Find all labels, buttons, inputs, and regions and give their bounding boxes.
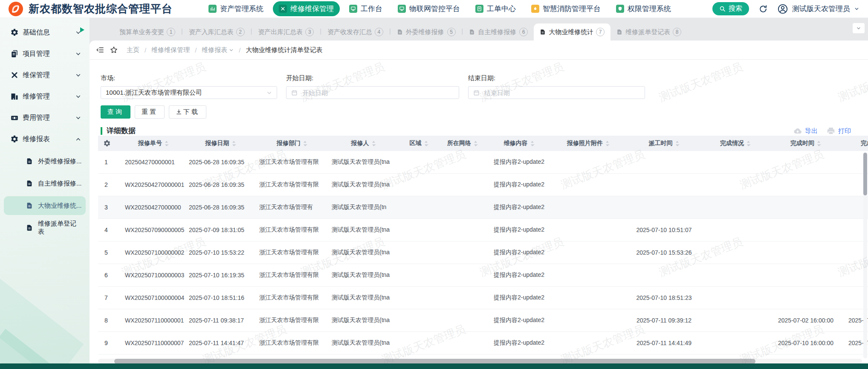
end-date-input[interactable] bbox=[483, 89, 640, 97]
column-label: 区域 bbox=[410, 139, 422, 147]
table-row-2[interactable]: 2WX2025042700000012025-06-28 16:09:35浙江天… bbox=[98, 174, 868, 196]
tab-label: 预算单业务变更记 bbox=[119, 28, 164, 36]
table-row-3[interactable]: 3WX202504270000002025-06-28 16:09:35浙江天农… bbox=[98, 196, 868, 219]
breadcrumb-item-3[interactable]: 维修报表 bbox=[202, 46, 234, 54]
fire-management-icon bbox=[531, 5, 539, 13]
table-cell bbox=[703, 309, 767, 332]
tab-number-badge: 3 bbox=[305, 28, 314, 36]
sort-icon bbox=[473, 140, 478, 147]
sidebar-item-5[interactable]: 费用管理 bbox=[0, 108, 90, 127]
sort-icon bbox=[746, 140, 751, 147]
column-header-7[interactable]: 维修内容 bbox=[486, 136, 552, 151]
document-icon bbox=[26, 202, 33, 209]
sidebar-item-2[interactable]: 项目管理 bbox=[0, 44, 90, 63]
table-cell: 2025-07-10 16:00:00 bbox=[767, 332, 844, 354]
column-header-5[interactable]: 区域 bbox=[399, 136, 439, 151]
column-header-9[interactable]: 派工时间 bbox=[625, 136, 703, 151]
table-cell: 4 bbox=[98, 219, 122, 241]
refresh-icon[interactable] bbox=[758, 4, 768, 14]
column-label: 完成时间 bbox=[790, 139, 814, 147]
menu-fold-icon[interactable] bbox=[96, 46, 104, 54]
tab-5[interactable]: 外委维修报修5 bbox=[391, 23, 462, 41]
tab-number-badge: 1 bbox=[167, 28, 175, 36]
download-button[interactable]: 下载 bbox=[169, 105, 206, 119]
column-header-11[interactable]: 完成时间 bbox=[767, 136, 844, 151]
table-row-6[interactable]: 6WX2025071000000032025-07-10 16:19:35浙江天… bbox=[98, 264, 868, 287]
sidebar-item-4[interactable]: 维修管理 bbox=[0, 87, 90, 106]
nav-item-3[interactable]: 工作台 bbox=[343, 1, 388, 16]
print-label: 打印 bbox=[838, 127, 851, 135]
sidebar-subitem-2[interactable]: 自主维修报修... bbox=[4, 174, 86, 193]
nav-item-5[interactable]: 工单中心 bbox=[469, 1, 522, 16]
table-row-8[interactable]: 8WX2025071100000012025-07-11 09:38:17浙江天… bbox=[98, 309, 868, 332]
table-cell: 测试版天农管理员(tna bbox=[328, 264, 399, 287]
breadcrumb-item-2[interactable]: 维修维保管理 bbox=[151, 46, 190, 54]
tab-3[interactable]: 资产出库汇总表3 bbox=[252, 23, 320, 41]
section-actions: 导出 打印 bbox=[793, 126, 857, 136]
market-select[interactable]: 10001.浙江天农市场管理有限公司 bbox=[101, 86, 277, 99]
tab-1[interactable]: 预算单业务变更记1 bbox=[113, 23, 181, 41]
table-cell: 浙江天农市场管理有限 bbox=[256, 219, 328, 241]
export-link[interactable]: 导出 bbox=[793, 126, 818, 136]
nav-item-1[interactable]: 资产管理系统 bbox=[203, 1, 269, 16]
column-header-2[interactable]: 报修日期 bbox=[185, 136, 256, 151]
sidebar-item-3[interactable]: 维保管理 bbox=[0, 66, 90, 84]
table-row-5[interactable]: 5WX2025071000000022025-07-10 15:53:22浙江天… bbox=[98, 241, 868, 264]
search-button[interactable]: 搜索 bbox=[712, 2, 749, 15]
start-date-input[interactable] bbox=[301, 89, 454, 97]
column-header-8[interactable]: 报修照片附件 bbox=[552, 136, 625, 151]
sidebar-item-1[interactable]: 基础信息 bbox=[0, 23, 90, 42]
sidebar-subitem-3[interactable]: 大物业维修统... bbox=[4, 196, 86, 215]
sidebar-subitem-label: 外委维修报修... bbox=[38, 157, 82, 166]
column-header-12[interactable]: 完成照片 bbox=[844, 136, 868, 151]
nav-item-7[interactable]: 权限管理系统 bbox=[610, 1, 677, 16]
sidebar-subitem-1[interactable]: 外委维修报修... bbox=[4, 152, 86, 171]
tab-8[interactable]: 维修派单登记表8 bbox=[610, 23, 687, 41]
gear-icon bbox=[10, 28, 19, 37]
print-link[interactable]: 打印 bbox=[826, 126, 851, 136]
table-cell bbox=[399, 219, 439, 241]
breadcrumb-row: 主页/维修维保管理/维修报表/大物业维修统计清单登记表 bbox=[90, 41, 868, 60]
chevron-down-icon bbox=[75, 73, 81, 78]
table-row-9[interactable]: 9WX2025071100000072025-07-11 14:41:47浙江天… bbox=[98, 332, 868, 354]
user-menu[interactable]: 测试版天农管理员 bbox=[777, 3, 859, 15]
sidebar-subitem-4[interactable]: 维修派单登记表 bbox=[4, 218, 86, 237]
query-button[interactable]: 查询 bbox=[101, 105, 130, 119]
table-cell bbox=[703, 219, 767, 241]
table-cell bbox=[703, 196, 767, 219]
table-row-7[interactable]: 7WX2025071000000042025-07-10 18:51:16浙江天… bbox=[98, 287, 868, 309]
table-cell bbox=[399, 174, 439, 196]
favorite-star-icon[interactable] bbox=[110, 46, 118, 54]
search-label: 搜索 bbox=[729, 4, 742, 13]
data-table-wrap: 报修单号报修日期报修部门报修人区域所在网络维修内容报修照片附件派工时间完成情况完… bbox=[98, 136, 868, 369]
tab-list-dropdown[interactable] bbox=[853, 23, 865, 33]
document-icon bbox=[469, 29, 475, 35]
breadcrumb-item-1[interactable]: 主页 bbox=[127, 46, 139, 54]
cloud-download-icon bbox=[793, 126, 802, 136]
market-select-value: 10001.浙江天农市场管理有限公司 bbox=[106, 89, 202, 97]
nav-item-2[interactable]: 维修维保管理 bbox=[273, 1, 340, 16]
nav-item-label: 权限管理系统 bbox=[628, 4, 671, 14]
column-header-4[interactable]: 报修人 bbox=[328, 136, 399, 151]
sidebar-item-6[interactable]: 维修报表 bbox=[0, 130, 90, 148]
table-cell bbox=[767, 241, 844, 264]
nav-item-4[interactable]: 物联网管控平台 bbox=[392, 1, 466, 16]
nav-item-6[interactable]: 智慧消防管理平台 bbox=[525, 1, 607, 16]
maintenance-system-icon bbox=[279, 5, 287, 13]
table-row-4[interactable]: 4WX2025070900000052025-07-09 18:31:05浙江天… bbox=[98, 219, 868, 241]
column-header-10[interactable]: 完成情况 bbox=[703, 136, 767, 151]
vertical-scrollbar-thumb[interactable] bbox=[863, 153, 867, 195]
tab-4[interactable]: 资产收发存汇总表4 bbox=[321, 23, 389, 41]
column-settings[interactable] bbox=[98, 136, 122, 151]
section-header: 详细数据 导出 打印 bbox=[101, 126, 857, 136]
table-row-1[interactable]: 12025042700000012025-06-28 16:09:35浙江天农市… bbox=[98, 151, 868, 174]
table-cell: WX202507110000001 bbox=[122, 309, 185, 332]
tab-2[interactable]: 资产入库汇总表2 bbox=[183, 23, 251, 41]
tab-6[interactable]: 自主维修报修6 bbox=[463, 23, 534, 41]
column-header-6[interactable]: 所在网络 bbox=[439, 136, 486, 151]
reset-button[interactable]: 重置 bbox=[135, 105, 165, 119]
column-header-3[interactable]: 报修部门 bbox=[256, 136, 328, 151]
tab-7[interactable]: 大物业维修统计7 bbox=[534, 23, 610, 41]
column-header-1[interactable]: 报修单号 bbox=[122, 136, 185, 151]
avatar bbox=[777, 3, 788, 15]
